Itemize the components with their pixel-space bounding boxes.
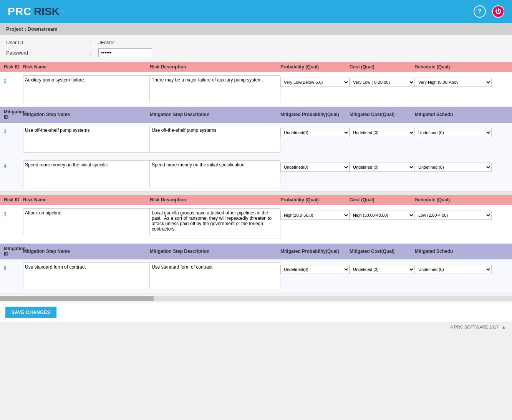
mit-desc-header-1: Mitigation Step Description bbox=[150, 112, 280, 117]
risk-desc-header-2: Risk Description bbox=[150, 197, 280, 203]
project-label: Project : Downstream bbox=[6, 26, 58, 32]
mit-2-cost-select[interactable]: Undefined (0) Very Low ( 0-20.00) Low (2… bbox=[350, 163, 415, 172]
user-id-value: JFoster bbox=[98, 40, 115, 45]
main-content: Risk ID Risk Name Risk Description Proba… bbox=[0, 62, 512, 294]
mit-2-sched-select[interactable]: Undefined (0) Very High (5.00+) High (5.… bbox=[415, 163, 492, 172]
mit-sched-header-1: Mitigated Schedu bbox=[415, 112, 492, 117]
save-bar: SAVE CHANGES bbox=[0, 303, 512, 322]
risk-1-prob-select[interactable]: Very Low(Below-5.0) Low(5.0-10.0) Medium… bbox=[280, 78, 350, 87]
risk-table-header-2: Risk ID Risk Name Risk Description Proba… bbox=[0, 195, 512, 205]
mit-1-cost-cell: Undefined (0) Very Low ( 0-20.00) Low (2… bbox=[350, 126, 415, 137]
risk-1-desc-cell bbox=[150, 75, 280, 103]
mit-1-sched-select[interactable]: Undefined (0) Very High (5.00+) High (5.… bbox=[415, 128, 492, 137]
risk-2-desc-cell bbox=[150, 208, 280, 240]
mit-2-name-textarea[interactable] bbox=[23, 160, 150, 187]
mit-prob-header-2: Mitigated Probability(Qual) bbox=[280, 249, 350, 254]
risk-table-header-1: Risk ID Risk Name Risk Description Proba… bbox=[0, 62, 512, 72]
mit-id-header-2: Mitigation ID bbox=[4, 246, 23, 257]
risk-2-cost-select[interactable]: Very Low ( 0-20.00) Low (20.00-30.00) Me… bbox=[350, 211, 415, 220]
logo-prc: PRC bbox=[8, 5, 31, 18]
mit-2-name-cell bbox=[23, 160, 150, 188]
mit-2-id: 4 bbox=[4, 160, 23, 169]
risk-1-id: 2 bbox=[4, 75, 23, 84]
mit-prob-header-1: Mitigated Probability(Qual) bbox=[280, 112, 350, 117]
section-divider bbox=[0, 192, 512, 195]
mit-1-prob-cell: Undefined(0) Very Low(Below-5.0) Low(5.0… bbox=[280, 126, 350, 137]
risk-id-header: Risk ID bbox=[4, 64, 23, 70]
risk-2-sched-cell: Very High (5.00-Abov High (5.00-10.00) M… bbox=[415, 208, 492, 220]
mit-1-name-textarea[interactable] bbox=[23, 126, 150, 153]
risk-desc-header: Risk Description bbox=[150, 64, 280, 70]
risk-2-cost-cell: Very Low ( 0-20.00) Low (20.00-30.00) Me… bbox=[350, 208, 415, 220]
mit-table-header-1: Mitigation ID Mitigation Step Name Mitig… bbox=[0, 107, 512, 123]
mit-3-id: 6 bbox=[4, 262, 23, 271]
project-bar: Project : Downstream bbox=[0, 23, 512, 35]
mit-3-name-cell bbox=[23, 262, 150, 291]
mit-id-header-1: Mitigation ID bbox=[4, 109, 23, 120]
mit-3-prob-select[interactable]: Undefined(0) Very Low(Below-5.0) Low(5.0… bbox=[280, 265, 350, 274]
risk-2-sched-select[interactable]: Very High (5.00-Abov High (5.00-10.00) M… bbox=[415, 211, 492, 220]
risk-1-data-row: 2 Very Low(Below-5.0) Low(5.0-10.0) Medi… bbox=[0, 72, 512, 107]
logo-reg: ® bbox=[62, 10, 64, 13]
logo-risk: RISK bbox=[34, 5, 60, 18]
risk-1-desc-textarea[interactable] bbox=[150, 75, 280, 102]
risk-2-id: 3 bbox=[4, 208, 23, 217]
risk-prob-header-2: Probability (Qual) bbox=[280, 197, 350, 203]
mit-sched-header-2: Mitigated Schedu bbox=[415, 249, 492, 254]
mit-2-desc-cell bbox=[150, 160, 280, 188]
risk-1-cost-select[interactable]: Very Low ( 0-20.00) Low (20.00-30.00) Me… bbox=[350, 78, 415, 87]
mit-3-cost-select[interactable]: Undefined (0) Very Low ( 0-20.00) Low (2… bbox=[350, 265, 415, 274]
logo: PRC RISK ® bbox=[8, 5, 64, 18]
footer-bar bbox=[0, 294, 512, 303]
mit-1-row-2: 4 Undefined(0) Very Low(Below-5.0) Low(5… bbox=[0, 157, 512, 192]
risk-1-cost-cell: Very Low ( 0-20.00) Low (20.00-30.00) Me… bbox=[350, 75, 415, 87]
mit-cost-header-1: Mitigated Cost(Qual) bbox=[350, 112, 415, 117]
mit-1-cost-select[interactable]: Undefined (0) Very Low ( 0-20.00) Low (2… bbox=[350, 128, 415, 137]
risk-2-name-textarea[interactable] bbox=[23, 208, 150, 235]
mit-3-sched-cell: Undefined (0) Very High (5.00+) High (5.… bbox=[415, 262, 492, 274]
mit-name-header-1: Mitigation Step Name bbox=[23, 112, 150, 117]
horizontal-scrollbar[interactable] bbox=[0, 296, 512, 301]
mit-3-name-textarea[interactable] bbox=[23, 262, 150, 289]
mit-2-prob-select[interactable]: Undefined(0) Very Low(Below-5.0) Low(5.0… bbox=[280, 163, 350, 172]
user-id-label: User ID bbox=[6, 40, 83, 45]
mit-name-header-2: Mitigation Step Name bbox=[23, 249, 150, 254]
mit-3-desc-textarea[interactable] bbox=[150, 262, 280, 289]
mit-2-row-1: 6 Undefined(0) Very Low(Below-5.0) Low(5… bbox=[0, 259, 512, 294]
password-colon: : bbox=[83, 50, 98, 56]
risk-2-prob-select[interactable]: Very Low(Below-5.0) Low(5.0-10.0) Medium… bbox=[280, 211, 350, 220]
mit-3-sched-select[interactable]: Undefined (0) Very High (5.00+) High (5.… bbox=[415, 265, 492, 274]
mit-1-desc-cell bbox=[150, 126, 280, 154]
mit-cost-header-2: Mitigated Cost(Qual) bbox=[350, 249, 415, 254]
app-header: PRC RISK ® ? ⏻ bbox=[0, 0, 512, 23]
risk-name-header-2: Risk Name bbox=[23, 197, 150, 203]
risk-1-sched-select[interactable]: Very High (5.00-Abov High (5.00-10.00) M… bbox=[415, 78, 492, 87]
mit-2-prob-cell: Undefined(0) Very Low(Below-5.0) Low(5.0… bbox=[280, 160, 350, 172]
mit-1-prob-select[interactable]: Undefined(0) Very Low(Below-5.0) Low(5.0… bbox=[280, 128, 350, 137]
password-label: Password bbox=[6, 50, 83, 56]
mit-2-cost-cell: Undefined (0) Very Low ( 0-20.00) Low (2… bbox=[350, 160, 415, 172]
risk-2-desc-textarea[interactable] bbox=[150, 208, 280, 239]
risk-section-1: Risk ID Risk Name Risk Description Proba… bbox=[0, 62, 512, 192]
scroll-up-arrow[interactable]: ▲ bbox=[502, 325, 506, 329]
user-id-colon: : bbox=[83, 40, 98, 45]
risk-cost-header-2: Cost (Qual) bbox=[350, 197, 415, 203]
risk-sched-header-2: Schedule (Qual) bbox=[415, 197, 492, 203]
scrollbar-thumb[interactable] bbox=[0, 296, 154, 301]
password-input[interactable] bbox=[98, 48, 152, 57]
mit-1-desc-textarea[interactable] bbox=[150, 126, 280, 153]
save-changes-button[interactable]: SAVE CHANGES bbox=[5, 307, 56, 318]
mit-1-id: 3 bbox=[4, 126, 23, 134]
risk-cost-header: Cost (Qual) bbox=[350, 64, 415, 70]
risk-name-header: Risk Name bbox=[23, 64, 150, 70]
power-icon[interactable]: ⏻ bbox=[492, 5, 504, 18]
risk-1-name-textarea[interactable] bbox=[23, 75, 150, 102]
copyright-text: © PRC SOFTWARE 2017 bbox=[450, 325, 499, 329]
mit-desc-header-2: Mitigation Step Description bbox=[150, 249, 280, 254]
risk-2-data-row: 3 Very Low(Below-5.0) Low(5.0-10.0) Medi… bbox=[0, 205, 512, 244]
user-id-row: User ID : JFoster bbox=[6, 38, 506, 47]
risk-2-prob-cell: Very Low(Below-5.0) Low(5.0-10.0) Medium… bbox=[280, 208, 350, 220]
mit-2-desc-textarea[interactable] bbox=[150, 160, 280, 187]
mit-3-desc-cell bbox=[150, 262, 280, 291]
help-icon[interactable]: ? bbox=[474, 5, 486, 18]
